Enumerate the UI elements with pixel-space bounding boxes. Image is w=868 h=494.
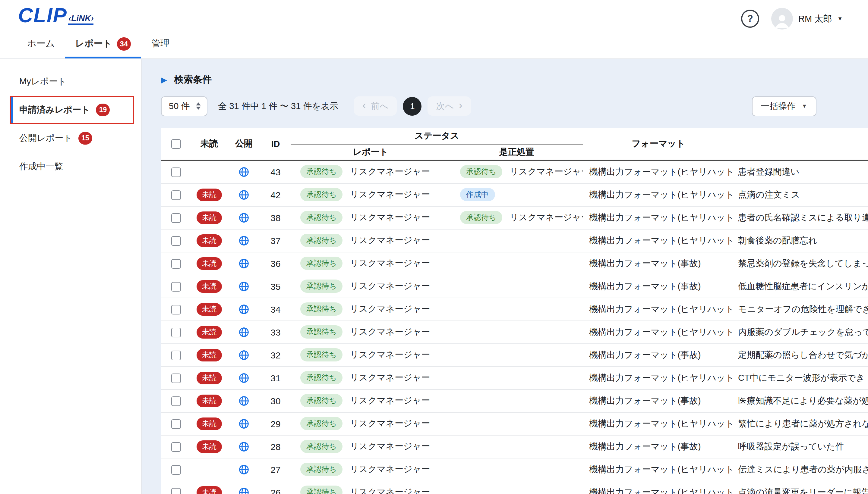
sidebar-item-submitted-reports[interactable]: 申請済みレポート 19 (10, 96, 134, 124)
globe-icon[interactable] (238, 235, 250, 246)
globe-icon[interactable] (238, 189, 250, 200)
tab-admin[interactable]: 管理 (141, 31, 180, 58)
select-all-checkbox[interactable] (171, 139, 181, 149)
table-row[interactable]: 未読 42 承認待ちリスクマネージャー 作成中 機構出力フォーマット(ヒヤリハッ… (161, 183, 868, 206)
report-title-link[interactable]: CT中にモニター波形が表示でき (734, 366, 868, 389)
report-id: 36 (260, 252, 291, 275)
page-size-select[interactable]: 50 件 (161, 96, 207, 116)
report-assignee: リスクマネージャー (350, 235, 430, 245)
row-checkbox[interactable] (171, 168, 181, 177)
report-table-body: 43 承認待ちリスクマネージャー 承認待ちリスクマネージャー 機構出力フォーマッ… (161, 160, 868, 494)
next-page-label: 次へ (436, 100, 454, 112)
globe-icon[interactable] (238, 212, 250, 223)
globe-icon[interactable] (238, 487, 250, 494)
table-row[interactable]: 未読 37 承認待ちリスクマネージャー 機構出力フォーマット(ヒヤリハット) 朝… (161, 229, 868, 252)
table-row[interactable]: 未読 26 承認待ちリスクマネージャー 機構出力フォーマット(ヒヤリハット) 点… (161, 481, 868, 494)
report-title-link[interactable]: 内服薬のダブルチェックを怠って (734, 321, 868, 343)
corrective-assignee: リスクマネージャー (510, 167, 583, 176)
report-title-link[interactable]: 呼吸器設定が誤っていた件 (734, 435, 868, 458)
report-id: 37 (260, 229, 291, 252)
tab-admin-label: 管理 (151, 38, 169, 50)
id-column-header: ID (260, 128, 291, 160)
globe-icon[interactable] (238, 303, 250, 315)
row-checkbox[interactable] (171, 419, 181, 429)
report-id: 33 (260, 321, 291, 343)
globe-icon[interactable] (238, 281, 250, 292)
tab-home[interactable]: ホーム (17, 31, 65, 58)
report-title-link[interactable]: 医療知識不足により必要な薬が処 (734, 389, 868, 412)
format-cell: 機構出力フォーマット(ヒヤリハット) (583, 458, 734, 481)
report-title-link[interactable]: 患者登録間違い (734, 160, 868, 183)
row-checkbox[interactable] (171, 350, 181, 360)
report-id: 35 (260, 275, 291, 298)
report-title-link[interactable]: 点滴の流量変更をリーダーに報告 (734, 481, 868, 494)
sidebar-item-my-reports[interactable]: Myレポート (10, 68, 134, 96)
row-checkbox[interactable] (171, 373, 181, 383)
table-row[interactable]: 未読 34 承認待ちリスクマネージャー 機構出力フォーマット(ヒヤリハット) モ… (161, 298, 868, 321)
sidebar-item-drafts[interactable]: 作成中一覧 (10, 152, 134, 181)
report-id: 32 (260, 343, 291, 366)
row-checkbox[interactable] (171, 305, 181, 314)
globe-icon[interactable] (238, 258, 250, 269)
table-row[interactable]: 未読 32 承認待ちリスクマネージャー 機構出力フォーマット(事故) 定期配薬の… (161, 343, 868, 366)
unread-badge: 未読 (197, 257, 222, 270)
row-checkbox[interactable] (171, 465, 181, 474)
table-row[interactable]: 未読 30 承認待ちリスクマネージャー 機構出力フォーマット(事故) 医療知識不… (161, 389, 868, 412)
globe-icon[interactable] (238, 463, 250, 475)
report-title-link[interactable]: 伝達ミスにより患者の薬が内服さ (734, 458, 868, 481)
row-checkbox[interactable] (171, 327, 181, 337)
globe-icon[interactable] (238, 418, 250, 429)
globe-icon[interactable] (238, 395, 250, 406)
row-checkbox[interactable] (171, 190, 181, 200)
row-checkbox[interactable] (171, 282, 181, 291)
table-row[interactable]: 未読 29 承認待ちリスクマネージャー 機構出力フォーマット(ヒヤリハット) 繁… (161, 412, 868, 435)
row-checkbox[interactable] (171, 259, 181, 268)
table-row[interactable]: 未読 35 承認待ちリスクマネージャー 機構出力フォーマット(事故) 低血糖性脳… (161, 275, 868, 298)
table-row[interactable]: 未読 36 承認待ちリスクマネージャー 機構出力フォーマット(事故) 禁忌薬剤の… (161, 252, 868, 275)
report-title-link[interactable]: 朝食後薬の配膳忘れ (734, 229, 868, 252)
row-checkbox[interactable] (171, 396, 181, 406)
table-row[interactable]: 未読 28 承認待ちリスクマネージャー 機構出力フォーマット(事故) 呼吸器設定… (161, 435, 868, 458)
globe-icon[interactable] (238, 326, 250, 338)
globe-icon[interactable] (238, 166, 250, 178)
unread-badge: 未読 (197, 326, 222, 338)
unread-badge: 未読 (197, 348, 222, 361)
select-all-header (161, 128, 191, 160)
row-checkbox[interactable] (171, 442, 181, 452)
globe-icon[interactable] (238, 372, 250, 383)
app-logo[interactable]: CLIP ‹LiNK› (18, 5, 94, 25)
format-cell: 機構出力フォーマット(ヒヤリハット) (583, 412, 734, 435)
row-checkbox[interactable] (171, 236, 181, 246)
search-conditions-toggle[interactable]: ▶ 検索条件 (161, 72, 868, 87)
row-checkbox[interactable] (171, 213, 181, 223)
report-title-link[interactable]: 定期配薬の照らし合わせで気づか (734, 343, 868, 366)
caret-down-icon: ▼ (802, 103, 807, 109)
next-page-button[interactable]: 次へ › (428, 96, 471, 116)
tab-reports[interactable]: レポート 34 (65, 31, 141, 58)
user-menu[interactable]: RM 太郎 ▼ (771, 8, 843, 30)
row-checkbox[interactable] (171, 488, 181, 494)
content-area: Myレポート 申請済みレポート 19 公開レポート 15 作成中一覧 ▶ 検索条… (0, 59, 868, 494)
help-button[interactable]: ? (741, 10, 759, 28)
table-row[interactable]: 未読 38 承認待ちリスクマネージャー 承認待ちリスクマネージャー 機構出力フォ… (161, 206, 868, 229)
report-title-link[interactable]: 点滴の注文ミス (734, 183, 868, 206)
globe-icon[interactable] (238, 441, 250, 452)
sidebar-item-label: 申請済みレポート (19, 104, 90, 116)
report-title-link[interactable]: 繁忙により患者に薬が処方されな (734, 412, 868, 435)
sidebar-public-badge: 15 (78, 132, 92, 145)
report-title-link[interactable]: モニターオフの危険性を理解でき (734, 298, 868, 321)
current-page-button[interactable]: 1 (403, 97, 422, 115)
sidebar-item-public-reports[interactable]: 公開レポート 15 (10, 124, 134, 152)
report-title-link[interactable]: 禁忌薬剤の登録を失念してしまっ (734, 252, 868, 275)
globe-icon[interactable] (238, 349, 250, 361)
table-row[interactable]: 43 承認待ちリスクマネージャー 承認待ちリスクマネージャー 機構出力フォーマッ… (161, 160, 868, 183)
bulk-action-button[interactable]: 一括操作 ▼ (752, 96, 816, 116)
table-row[interactable]: 27 承認待ちリスクマネージャー 機構出力フォーマット(ヒヤリハット) 伝達ミス… (161, 458, 868, 481)
report-assignee: リスクマネージャー (350, 258, 430, 268)
table-row[interactable]: 未読 31 承認待ちリスクマネージャー 機構出力フォーマット(ヒヤリハット) C… (161, 366, 868, 389)
user-name: RM 太郎 (798, 13, 832, 24)
report-title-link[interactable]: 患者の氏名確認ミスによる取り違 (734, 206, 868, 229)
table-row[interactable]: 未読 33 承認待ちリスクマネージャー 機構出力フォーマット(ヒヤリハット) 内… (161, 321, 868, 343)
report-title-link[interactable]: 低血糖性脳症患者にインスリンが (734, 275, 868, 298)
prev-page-button[interactable]: ‹ 前へ (354, 96, 397, 116)
